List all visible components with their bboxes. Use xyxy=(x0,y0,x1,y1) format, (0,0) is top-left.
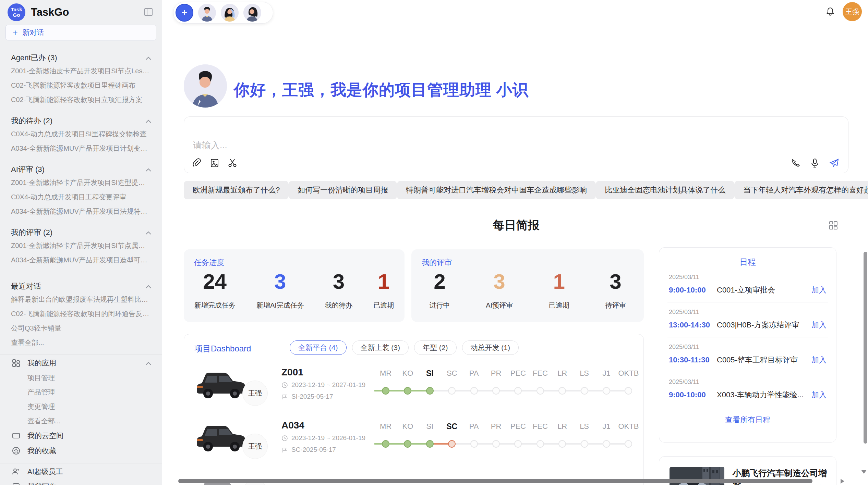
attachment-icon[interactable] xyxy=(192,158,202,168)
scissors-icon[interactable] xyxy=(227,158,238,168)
microphone-icon[interactable] xyxy=(810,158,820,168)
project-row[interactable]: 王强 Z001 2023-12-19 ~ 2027-01-19 SI-2025-… xyxy=(194,363,634,415)
milestone-node[interactable] xyxy=(382,440,389,448)
chevron-up-icon[interactable] xyxy=(145,165,152,174)
sidebar-item-help-write[interactable]: 帮我写作 xyxy=(0,479,162,485)
join-link[interactable]: 加入 xyxy=(811,320,827,330)
list-item[interactable]: C0X4-动力总成开发项目SI里程碑提交物检查 xyxy=(0,127,162,141)
horizontal-scrollbar[interactable] xyxy=(178,479,812,483)
milestone-node[interactable] xyxy=(581,387,588,395)
new-chat-button[interactable]: + 新对话 xyxy=(5,25,156,40)
list-item[interactable]: C0X4-动力总成开发项目工程变更评审 xyxy=(0,190,162,204)
suggestion-chip[interactable]: 特朗普可能对进口汽车增税会对中国车企造成哪些影响 xyxy=(397,181,596,199)
join-link[interactable]: 加入 xyxy=(811,285,827,295)
milestone-node[interactable] xyxy=(470,387,478,395)
milestone-node[interactable] xyxy=(448,440,456,448)
milestone-node[interactable] xyxy=(426,440,434,448)
milestone-node[interactable] xyxy=(603,440,610,448)
chat-input-placeholder[interactable]: 请输入... xyxy=(193,139,227,151)
milestone-node[interactable] xyxy=(492,387,500,395)
list-item[interactable]: A034-全新新能源MUV产品开发项目造型可行性评审 xyxy=(0,253,162,267)
stat-value: 2 xyxy=(429,271,450,293)
milestone-node[interactable] xyxy=(448,387,456,395)
chevron-up-icon[interactable] xyxy=(145,359,152,367)
vertical-scrollbar[interactable] xyxy=(864,252,867,444)
list-item[interactable]: A034-全新新能源MUV产品开发项目法规符合性评审 xyxy=(0,204,162,219)
sidebar-item-product-mgmt[interactable]: 产品管理 xyxy=(0,385,162,399)
milestone-node[interactable] xyxy=(404,440,411,448)
list-item[interactable]: C02-飞腾新能源轻客改款项目里程碑画布 xyxy=(0,78,162,92)
suggestion-chip[interactable]: 当下年轻人对汽车外观有怎样的喜好趋势 xyxy=(734,181,868,199)
project-row[interactable]: 王强 A034 2023-12-19 ~ 2026-01-19 SC-2025-… xyxy=(194,416,634,468)
list-item[interactable]: Z001-全新燃油皮卡产品开发项目SI节点Lesson Learn报告 xyxy=(0,64,162,78)
section-my-todo[interactable]: 我的待办 (2) xyxy=(0,115,162,127)
milestone-node[interactable] xyxy=(537,440,544,448)
section-recent-chats[interactable]: 最近对话 xyxy=(0,281,162,292)
layout-grid-icon[interactable] xyxy=(828,220,839,231)
milestone-node[interactable] xyxy=(558,440,566,448)
chevron-up-icon[interactable] xyxy=(145,228,152,237)
chat-input-card[interactable]: 请输入... xyxy=(184,116,848,173)
section-agent-done[interactable]: Agent已办 (3) xyxy=(0,52,162,64)
sidebar-item-project-mgmt[interactable]: 项目管理 xyxy=(0,371,162,385)
milestone-node[interactable] xyxy=(514,440,522,448)
milestone-node[interactable] xyxy=(581,440,588,448)
chevron-up-icon[interactable] xyxy=(145,116,152,125)
scroll-down-arrow[interactable] xyxy=(861,470,867,474)
milestone-node[interactable] xyxy=(404,387,411,395)
list-item[interactable]: Z001-全新燃油轻卡产品开发项目SI节点属性5D文件评审 xyxy=(0,238,162,253)
send-icon[interactable] xyxy=(829,158,839,168)
milestone-node[interactable] xyxy=(558,387,566,395)
schedule-name: X003-车辆动力学性能验... xyxy=(717,390,807,400)
notification-bell-icon[interactable] xyxy=(825,7,835,16)
milestone-node[interactable] xyxy=(603,387,610,395)
milestone-node[interactable] xyxy=(470,440,478,448)
tab-new-body[interactable]: 全新上装 (3) xyxy=(352,340,409,355)
image-upload-icon[interactable] xyxy=(209,158,220,168)
chevron-up-icon[interactable] xyxy=(145,282,152,291)
view-all-apps[interactable]: 查看全部... xyxy=(0,414,162,428)
assistant-avatar-3[interactable] xyxy=(243,4,261,22)
tab-new-platform[interactable]: 全新平台 (4) xyxy=(290,340,347,355)
app-logo: Task Go xyxy=(8,3,25,21)
phone-icon[interactable] xyxy=(791,158,801,168)
sidebar-item-favorites[interactable]: 我的收藏 xyxy=(0,443,162,458)
user-avatar[interactable]: 王强 xyxy=(843,2,862,21)
join-link[interactable]: 加入 xyxy=(811,355,827,365)
sidebar-item-ai-staff[interactable]: AI超级员工 xyxy=(0,464,162,479)
list-item[interactable]: A034-全新新能源MUV产品开发项目计划变更表编写 xyxy=(0,141,162,156)
scroll-right-arrow[interactable] xyxy=(841,479,844,484)
milestone-node[interactable] xyxy=(625,440,632,448)
milestone-node[interactable] xyxy=(537,387,544,395)
add-assistant-button[interactable]: + xyxy=(176,4,193,22)
suggestion-chip[interactable]: 如何写一份清晰的项目周报 xyxy=(289,181,397,199)
assistant-avatar-1[interactable] xyxy=(198,4,216,22)
milestone-node[interactable] xyxy=(492,440,500,448)
suggestion-chip[interactable]: 比亚迪全固态电池计划具体说了什么 xyxy=(596,181,734,199)
assistant-avatar-2[interactable] xyxy=(221,4,239,22)
list-item[interactable]: C02-飞腾新能源轻客改款项目的闭环通告反馈情况 xyxy=(0,307,162,321)
plus-icon: + xyxy=(13,28,18,38)
milestone-node[interactable] xyxy=(426,387,434,395)
section-ai-review[interactable]: AI评审 (3) xyxy=(0,164,162,175)
list-item[interactable]: C02-飞腾新能源轻客改款项目立项汇报方案 xyxy=(0,92,162,107)
view-all-schedule-link[interactable]: 查看所有日程 xyxy=(659,415,836,425)
stat-ai-prereview: 3AI预评审 xyxy=(486,271,513,310)
list-item[interactable]: 公司Q3轻卡销量 xyxy=(0,321,162,335)
sidebar-item-cloud-space[interactable]: 我的云空间 xyxy=(0,428,162,443)
list-item[interactable]: 解释最新出台的欧盟报废车法规再生塑料比例被调至15%... xyxy=(0,292,162,307)
milestone-node[interactable] xyxy=(625,387,632,395)
view-all-chats[interactable]: 查看全部... xyxy=(0,335,162,350)
tab-powertrain[interactable]: 动总开发 (1) xyxy=(462,340,519,355)
chevron-up-icon[interactable] xyxy=(145,53,152,62)
join-link[interactable]: 加入 xyxy=(811,390,827,400)
sidebar-item-my-apps[interactable]: 我的应用 xyxy=(0,356,162,371)
milestone-node[interactable] xyxy=(514,387,522,395)
list-item[interactable]: Z001-全新燃油轻卡产品开发项目SI造型提交物评审 xyxy=(0,175,162,190)
suggestion-chip[interactable]: 欧洲新规最近颁布了什么? xyxy=(184,181,289,199)
section-my-review[interactable]: 我的评审 (2) xyxy=(0,227,162,238)
sidebar-item-change-mgmt[interactable]: 变更管理 xyxy=(0,399,162,414)
sidebar-collapse-icon[interactable] xyxy=(144,8,153,18)
tab-model-year[interactable]: 年型 (2) xyxy=(414,340,457,355)
milestone-node[interactable] xyxy=(382,387,389,395)
